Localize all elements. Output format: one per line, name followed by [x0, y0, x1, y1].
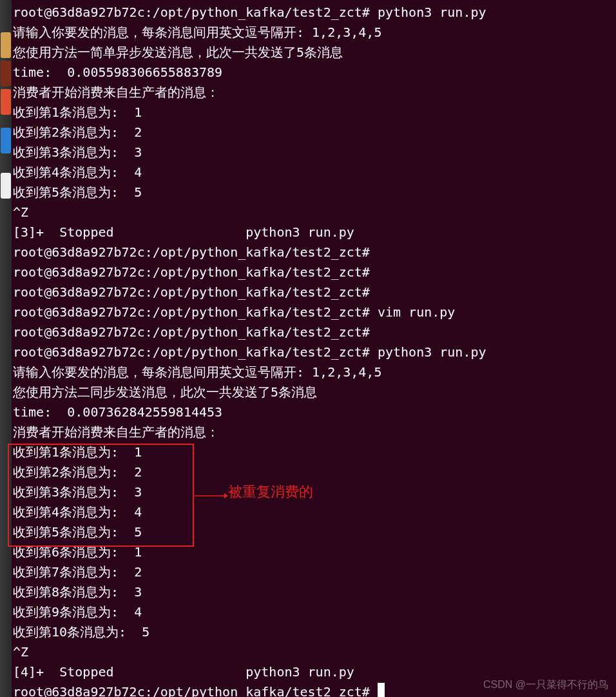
terminal-line: root@63d8a927b72c:/opt/python_kafka/test…	[13, 322, 616, 342]
terminal-line: root@63d8a927b72c:/opt/python_kafka/test…	[13, 302, 616, 322]
terminal-line: 收到第6条消息为: 1	[13, 542, 616, 562]
terminal-line: 收到第9条消息为: 4	[13, 602, 616, 622]
terminal-line: ^Z	[13, 202, 616, 222]
terminal-line: 收到第2条消息为: 2	[13, 462, 616, 482]
terminal-line: root@63d8a927b72c:/opt/python_kafka/test…	[13, 262, 616, 282]
dock-icon[interactable]	[1, 61, 11, 86]
terminal-line: 收到第1条消息为: 1	[13, 103, 616, 123]
terminal-line: 收到第10条消息为: 5	[13, 622, 616, 642]
terminal-line: 您使用方法一简单异步发送消息，此次一共发送了5条消息	[13, 43, 616, 63]
terminal-line: 消费者开始消费来自生产者的消息：	[13, 83, 616, 103]
terminal-line: 收到第8条消息为: 3	[13, 582, 616, 602]
terminal-line: root@63d8a927b72c:/opt/python_kafka/test…	[13, 282, 616, 302]
terminal-line: 您使用方法二同步发送消息，此次一共发送了5条消息	[13, 382, 616, 402]
terminal-line: 收到第4条消息为: 4	[13, 502, 616, 522]
terminal-line: 收到第5条消息为: 5	[13, 522, 616, 542]
terminal-output[interactable]: root@63d8a927b72c:/opt/python_kafka/test…	[12, 0, 616, 697]
terminal-line: 收到第4条消息为: 4	[13, 162, 616, 182]
terminal-line: 收到第2条消息为: 2	[13, 123, 616, 142]
dock-icon[interactable]	[1, 173, 11, 199]
terminal-line: root@63d8a927b72c:/opt/python_kafka/test…	[13, 342, 616, 362]
terminal-line: 收到第3条消息为: 3	[13, 482, 616, 502]
dock-icon[interactable]	[1, 32, 11, 58]
terminal-line: time: 0.007362842559814453	[13, 402, 616, 422]
terminal-cursor	[378, 683, 385, 697]
terminal-line: 收到第5条消息为: 5	[13, 182, 616, 202]
terminal-line: 收到第7条消息为: 2	[13, 562, 616, 582]
terminal-line: 请输入你要发的消息，每条消息间用英文逗号隔开: 1,2,3,4,5	[13, 362, 616, 382]
terminal-prompt-line[interactable]: root@63d8a927b72c:/opt/python_kafka/test…	[13, 682, 616, 697]
terminal-line: time: 0.005598306655883789	[13, 63, 616, 83]
terminal-line: 收到第1条消息为: 1	[13, 442, 616, 462]
terminal-line: 请输入你要发的消息，每条消息间用英文逗号隔开: 1,2,3,4,5	[13, 23, 616, 43]
terminal-line: root@63d8a927b72c:/opt/python_kafka/test…	[13, 242, 616, 262]
terminal-line: [4]+ Stopped python3 run.py	[13, 662, 616, 682]
terminal-line: root@63d8a927b72c:/opt/python_kafka/test…	[13, 3, 616, 23]
terminal-line: 收到第3条消息为: 3	[13, 142, 616, 162]
terminal-line: [3]+ Stopped python3 run.py	[13, 222, 616, 242]
dock-icon[interactable]	[1, 128, 11, 153]
dock-icon[interactable]	[1, 89, 11, 115]
terminal-line: ^Z	[13, 642, 616, 662]
terminal-line: 消费者开始消费来自生产者的消息：	[13, 422, 616, 442]
dock-sidebar	[0, 0, 12, 697]
